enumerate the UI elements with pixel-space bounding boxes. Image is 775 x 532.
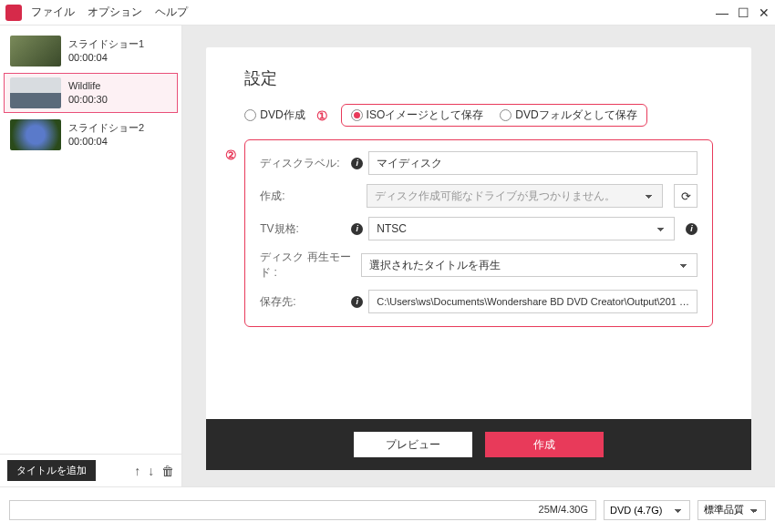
- refresh-button[interactable]: ⟳: [674, 184, 698, 208]
- media-meta: Wildlife 00:00:30: [68, 79, 108, 107]
- media-item[interactable]: Wildlife 00:00:30: [4, 73, 178, 113]
- radio-dvd[interactable]: DVD作成: [244, 107, 305, 123]
- info-icon[interactable]: i: [351, 223, 363, 235]
- radio-label: DVDフォルダとして保存: [515, 107, 636, 123]
- disc-type-select[interactable]: [604, 500, 690, 520]
- media-item[interactable]: スライドショー2 00:00:04: [4, 115, 178, 155]
- settings-panel: 設定 DVD作成 ① ISOイメージとして保存 D: [206, 47, 751, 470]
- info-icon[interactable]: i: [686, 223, 698, 235]
- sidebar-bottom: タイトルを追加 ↑ ↓ 🗑: [0, 454, 181, 486]
- move-up-icon[interactable]: ↑: [134, 464, 140, 478]
- media-duration: 00:00:30: [68, 93, 108, 107]
- label-create: 作成:: [260, 189, 344, 204]
- callout-1: ①: [316, 108, 328, 123]
- sidebar-actions: ↑ ↓ 🗑: [134, 464, 174, 478]
- thumbnail: [10, 36, 61, 66]
- radio-label: DVD作成: [260, 107, 305, 123]
- info-icon[interactable]: i: [351, 296, 363, 308]
- radio-icon: [244, 109, 256, 121]
- play-mode-select[interactable]: [361, 253, 698, 277]
- label-disc-label: ディスクラベル:: [260, 156, 344, 171]
- output-type-highlight: ISOイメージとして保存 DVDフォルダとして保存: [341, 104, 647, 127]
- media-meta: スライドショー2 00:00:04: [68, 121, 144, 149]
- preview-button[interactable]: プレビュー: [354, 432, 472, 457]
- media-title: スライドショー2: [68, 121, 144, 135]
- menubar: ファイル オプション ヘルプ: [31, 5, 188, 20]
- label-tv: TV規格:: [260, 221, 344, 237]
- titlebar: ファイル オプション ヘルプ — ☐ ✕: [0, 0, 775, 26]
- app-icon: [5, 5, 22, 21]
- thumbnail: [10, 119, 61, 150]
- move-down-icon[interactable]: ↓: [148, 464, 154, 478]
- media-duration: 00:00:04: [68, 51, 144, 65]
- settings-form: ② ディスクラベル: i 作成: ⟳: [244, 139, 713, 327]
- window-controls: — ☐ ✕: [716, 5, 770, 20]
- radio-folder[interactable]: DVDフォルダとして保存: [500, 107, 636, 123]
- media-duration: 00:00:04: [68, 135, 144, 148]
- destination-path[interactable]: C:\Users\ws\Documents\Wondershare BD DVD…: [368, 290, 698, 313]
- drive-select: [367, 184, 663, 208]
- callout-2: ②: [225, 148, 237, 162]
- size-label: 25M/4.30G: [539, 504, 588, 515]
- menu-file[interactable]: ファイル: [31, 5, 75, 20]
- label-play-mode: ディスク 再生モード :: [260, 250, 356, 281]
- content-area: 設定 DVD作成 ① ISOイメージとして保存 D: [182, 26, 775, 486]
- info-icon[interactable]: i: [351, 158, 363, 169]
- media-title: スライドショー1: [68, 37, 144, 51]
- radio-icon: [351, 109, 363, 121]
- label-destination: 保存先:: [260, 294, 344, 310]
- radio-icon: [500, 109, 512, 121]
- create-button[interactable]: 作成: [485, 432, 604, 457]
- size-progress: 25M/4.30G: [9, 500, 596, 520]
- close-icon[interactable]: ✕: [759, 5, 770, 20]
- add-title-button[interactable]: タイトルを追加: [7, 460, 96, 481]
- media-meta: スライドショー1 00:00:04: [68, 37, 144, 66]
- maximize-icon[interactable]: ☐: [738, 5, 749, 20]
- thumbnail: [10, 77, 61, 108]
- statusbar: 25M/4.30G: [0, 486, 775, 532]
- media-title: Wildlife: [68, 79, 108, 93]
- disc-label-input[interactable]: [368, 151, 698, 175]
- delete-icon[interactable]: 🗑: [161, 464, 174, 478]
- panel-footer: プレビュー 作成: [206, 419, 751, 470]
- tv-standard-select[interactable]: [368, 217, 675, 240]
- sidebar: スライドショー1 00:00:04 Wildlife 00:00:30 スライド…: [0, 26, 182, 486]
- refresh-icon: ⟳: [681, 189, 691, 203]
- minimize-icon[interactable]: —: [716, 5, 728, 20]
- quality-select[interactable]: [698, 500, 766, 520]
- menu-help[interactable]: ヘルプ: [155, 5, 188, 20]
- settings-title: 設定: [244, 67, 713, 89]
- radio-iso[interactable]: ISOイメージとして保存: [351, 107, 484, 123]
- radio-label: ISOイメージとして保存: [367, 107, 484, 123]
- output-type-row: DVD作成 ① ISOイメージとして保存 DVDフォルダとして保存: [244, 104, 713, 127]
- media-item[interactable]: スライドショー1 00:00:04: [4, 31, 178, 71]
- menu-options[interactable]: オプション: [88, 5, 142, 20]
- media-list: スライドショー1 00:00:04 Wildlife 00:00:30 スライド…: [0, 26, 181, 454]
